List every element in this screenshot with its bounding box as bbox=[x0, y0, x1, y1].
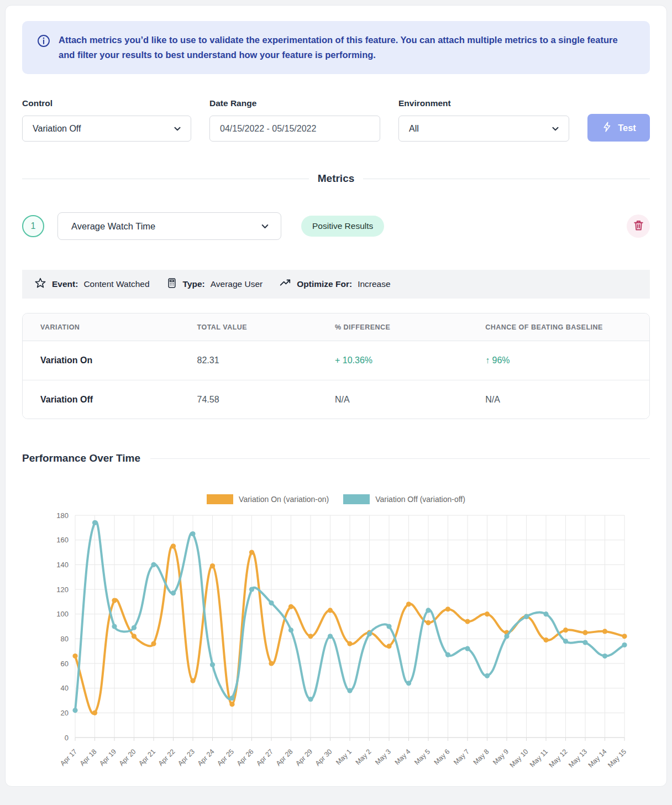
svg-text:180: 180 bbox=[56, 511, 69, 520]
legend-swatch-teal bbox=[343, 494, 370, 504]
svg-text:Apr 22: Apr 22 bbox=[157, 748, 177, 767]
performance-section-header: Performance Over Time bbox=[22, 452, 650, 464]
positive-results-badge: Positive Results bbox=[301, 216, 384, 237]
svg-text:160: 160 bbox=[56, 536, 69, 544]
results-table: Variation Total Value % Difference Chanc… bbox=[22, 313, 650, 419]
event-label: Event: bbox=[52, 279, 78, 289]
chance-value: ↑ 96% bbox=[468, 356, 649, 365]
legend-label: Variation On (variation-on) bbox=[239, 495, 329, 504]
star-icon bbox=[34, 277, 46, 291]
svg-text:May 3: May 3 bbox=[374, 748, 392, 766]
table-header-row: Variation Total Value % Difference Chanc… bbox=[23, 313, 649, 341]
table-row: Variation Off 74.58 N/A N/A bbox=[23, 380, 649, 419]
chance-value: N/A bbox=[468, 395, 649, 405]
delete-metric-button[interactable] bbox=[627, 215, 650, 238]
svg-text:May 12: May 12 bbox=[548, 748, 569, 769]
control-label: Control bbox=[22, 98, 191, 108]
svg-text:May 10: May 10 bbox=[508, 748, 530, 769]
banner-text: Attach metrics you’d like to use to vali… bbox=[59, 33, 628, 62]
table-row: Variation On 82.31 + 10.36% ↑ 96% bbox=[23, 341, 649, 380]
svg-text:May 5: May 5 bbox=[413, 748, 432, 766]
metric-row: 1 Average Watch Time Positive Results bbox=[22, 212, 650, 240]
test-button-label: Test bbox=[618, 123, 636, 133]
legend-label: Variation Off (variation-off) bbox=[375, 495, 465, 504]
performance-chart: 020406080100120140160180Apr 17Apr 18Apr … bbox=[22, 509, 650, 783]
svg-text:Apr 18: Apr 18 bbox=[78, 748, 98, 767]
legend-item-variation-off[interactable]: Variation Off (variation-off) bbox=[343, 494, 465, 504]
environment-select[interactable]: All bbox=[398, 116, 569, 142]
col-header-chance: Chance of Beating Baseline bbox=[468, 323, 649, 331]
svg-text:120: 120 bbox=[56, 586, 69, 594]
svg-text:May 15: May 15 bbox=[606, 748, 628, 769]
type-value: Average User bbox=[211, 279, 262, 289]
metric-select-value: Average Watch Time bbox=[71, 221, 155, 232]
svg-text:Apr 24: Apr 24 bbox=[196, 748, 216, 767]
calculator-icon bbox=[166, 277, 177, 291]
variation-name: Variation On bbox=[23, 356, 180, 365]
metrics-section-divider: Metrics bbox=[22, 172, 650, 185]
svg-text:May 6: May 6 bbox=[433, 748, 452, 766]
svg-text:May 11: May 11 bbox=[528, 748, 549, 769]
line-chart-canvas: 020406080100120140160180Apr 17Apr 18Apr … bbox=[22, 509, 657, 781]
svg-text:May 8: May 8 bbox=[472, 748, 491, 766]
svg-text:0: 0 bbox=[65, 734, 69, 742]
chevron-down-icon bbox=[550, 123, 561, 137]
difference-value: N/A bbox=[317, 395, 468, 405]
control-value: Variation Off bbox=[33, 124, 81, 134]
bolt-icon bbox=[601, 121, 613, 135]
svg-text:Apr 17: Apr 17 bbox=[59, 748, 78, 767]
svg-text:May 14: May 14 bbox=[587, 748, 608, 769]
info-banner: Attach metrics you’d like to use to vali… bbox=[22, 21, 650, 74]
svg-text:Apr 25: Apr 25 bbox=[216, 748, 235, 767]
svg-text:140: 140 bbox=[56, 561, 69, 569]
svg-text:Apr 26: Apr 26 bbox=[235, 748, 255, 767]
svg-text:Apr 21: Apr 21 bbox=[137, 748, 157, 767]
col-header-total-value: Total Value bbox=[180, 323, 317, 331]
svg-text:20: 20 bbox=[61, 709, 69, 717]
svg-text:60: 60 bbox=[61, 660, 69, 668]
svg-text:80: 80 bbox=[61, 635, 69, 643]
chevron-down-icon bbox=[259, 221, 271, 234]
trash-icon bbox=[632, 219, 645, 233]
optimize-for-label: Optimize For: bbox=[297, 279, 352, 289]
environment-label: Environment bbox=[398, 98, 569, 108]
svg-text:40: 40 bbox=[61, 684, 69, 692]
legend-item-variation-on[interactable]: Variation On (variation-on) bbox=[207, 494, 329, 504]
date-range-input[interactable]: 04/15/2022 - 05/15/2022 bbox=[209, 116, 380, 142]
svg-text:Apr 28: Apr 28 bbox=[275, 748, 295, 767]
trending-up-icon bbox=[279, 277, 291, 291]
svg-text:May 4: May 4 bbox=[393, 748, 412, 766]
control-select[interactable]: Variation Off bbox=[22, 116, 191, 142]
col-header-variation: Variation bbox=[23, 323, 180, 331]
controls-row: Control Variation Off Date Range 04/15/2… bbox=[22, 98, 650, 142]
type-label: Type: bbox=[183, 279, 205, 289]
metric-index-badge: 1 bbox=[22, 215, 44, 237]
chart-legend: Variation On (variation-on) Variation Of… bbox=[22, 494, 650, 504]
total-value: 74.58 bbox=[180, 395, 317, 405]
performance-title: Performance Over Time bbox=[22, 452, 140, 464]
svg-text:May 7: May 7 bbox=[452, 748, 471, 766]
svg-text:May 13: May 13 bbox=[567, 748, 589, 769]
svg-text:Apr 29: Apr 29 bbox=[294, 748, 314, 767]
svg-text:Apr 20: Apr 20 bbox=[118, 748, 138, 767]
svg-text:Apr 19: Apr 19 bbox=[98, 748, 118, 767]
svg-text:Apr 27: Apr 27 bbox=[255, 748, 275, 767]
total-value: 82.31 bbox=[180, 356, 317, 365]
environment-value: All bbox=[409, 124, 419, 134]
svg-text:May 2: May 2 bbox=[354, 748, 373, 766]
chevron-down-icon bbox=[172, 123, 183, 137]
info-icon bbox=[36, 34, 51, 62]
metrics-section-title: Metrics bbox=[318, 172, 355, 185]
svg-text:100: 100 bbox=[56, 610, 69, 618]
metric-select[interactable]: Average Watch Time bbox=[57, 212, 281, 240]
date-range-label: Date Range bbox=[209, 98, 380, 108]
main-card: Attach metrics you’d like to use to vali… bbox=[5, 5, 667, 787]
optimize-for-value: Increase bbox=[358, 279, 390, 289]
difference-value: + 10.36% bbox=[317, 356, 468, 365]
test-button[interactable]: Test bbox=[587, 114, 650, 142]
svg-text:Apr 23: Apr 23 bbox=[176, 748, 196, 767]
event-value: Content Watched bbox=[83, 279, 149, 289]
date-range-value: 04/15/2022 - 05/15/2022 bbox=[220, 124, 316, 134]
variation-name: Variation Off bbox=[23, 395, 180, 405]
legend-swatch-orange bbox=[207, 494, 233, 504]
